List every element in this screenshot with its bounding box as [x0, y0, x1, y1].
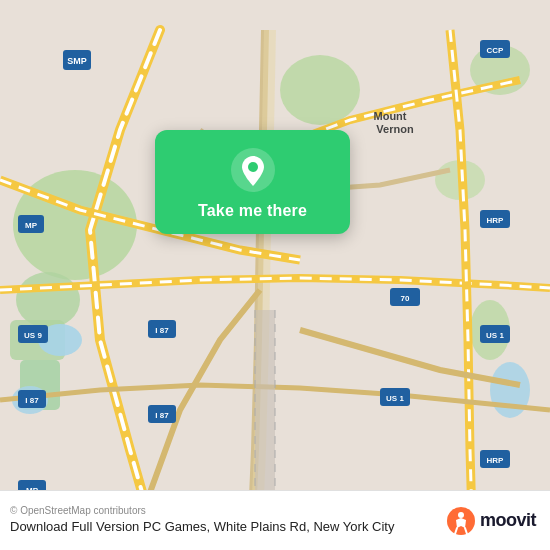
svg-text:I 87: I 87 — [155, 411, 169, 420]
svg-text:70: 70 — [401, 294, 410, 303]
map-background: SMP MP I 87 US 9 I 87 MP I 87 70 US 1 US… — [0, 0, 550, 550]
svg-text:US 9: US 9 — [24, 331, 42, 340]
moovit-brand-icon — [446, 506, 476, 536]
svg-text:SMP: SMP — [67, 56, 87, 66]
svg-text:HRP: HRP — [487, 456, 505, 465]
location-title: Download Full Version PC Games, White Pl… — [10, 519, 436, 536]
svg-text:Vernon: Vernon — [376, 123, 414, 135]
moovit-logo: moovit — [446, 506, 536, 536]
take-me-there-label: Take me there — [198, 202, 307, 220]
moovit-text: moovit — [480, 510, 536, 531]
map-container: SMP MP I 87 US 9 I 87 MP I 87 70 US 1 US… — [0, 0, 550, 550]
svg-text:I 87: I 87 — [25, 396, 39, 405]
bottom-bar: © OpenStreetMap contributors Download Fu… — [0, 490, 550, 550]
svg-text:US 1: US 1 — [486, 331, 504, 340]
svg-point-46 — [458, 512, 464, 518]
svg-text:CCP: CCP — [487, 46, 505, 55]
location-pin-icon — [231, 148, 275, 192]
bottom-text-group: © OpenStreetMap contributors Download Fu… — [10, 505, 436, 536]
svg-point-4 — [280, 55, 360, 125]
svg-rect-12 — [255, 310, 275, 520]
svg-text:Mount: Mount — [374, 110, 407, 122]
svg-text:I 87: I 87 — [155, 326, 169, 335]
svg-text:US 1: US 1 — [386, 394, 404, 403]
copyright-text: © OpenStreetMap contributors — [10, 505, 436, 516]
svg-point-44 — [248, 162, 258, 172]
take-me-there-card[interactable]: Take me there — [155, 130, 350, 234]
svg-text:HRP: HRP — [487, 216, 505, 225]
svg-text:MP: MP — [25, 221, 38, 230]
svg-point-2 — [16, 272, 80, 328]
